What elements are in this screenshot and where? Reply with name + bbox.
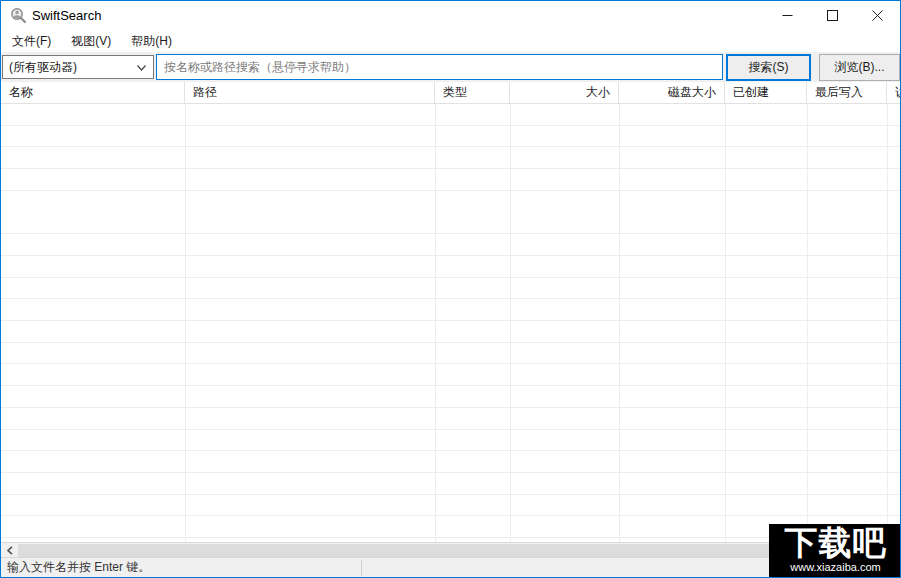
close-icon xyxy=(872,10,883,21)
minimize-icon xyxy=(782,10,793,21)
results-table: 名称路径类型大小磁盘大小已创建最后写入访问 xyxy=(1,82,900,542)
horizontal-scrollbar[interactable] xyxy=(1,542,900,557)
app-icon xyxy=(10,7,27,24)
drive-selector-dropdown[interactable]: (所有驱动器) xyxy=(2,55,154,79)
column-header-2[interactable]: 类型 xyxy=(435,82,510,104)
maximize-button[interactable] xyxy=(810,1,855,30)
menu-view[interactable]: 视图(V) xyxy=(61,30,121,53)
arrow-left-icon xyxy=(7,546,13,555)
column-gridline xyxy=(510,104,511,542)
status-bar: 输入文件名并按 Enter 键。 xyxy=(1,557,900,577)
chevron-down-icon xyxy=(137,65,146,71)
column-gridline xyxy=(725,104,726,542)
column-header-5[interactable]: 已创建 xyxy=(725,82,807,104)
column-header-3[interactable]: 大小 xyxy=(510,82,619,104)
menu-bar: 文件(F) 视图(V) 帮助(H) xyxy=(1,30,900,52)
search-button[interactable]: 搜索(S) xyxy=(726,54,811,81)
window-controls xyxy=(765,1,900,30)
watermark: 下载吧 www.xiazaiba.com xyxy=(769,524,901,578)
column-header-7[interactable]: 访问 xyxy=(887,82,900,104)
table-body[interactable] xyxy=(1,104,900,542)
column-header-1[interactable]: 路径 xyxy=(185,82,435,104)
title-bar: SwiftSearch xyxy=(1,1,900,30)
menu-file[interactable]: 文件(F) xyxy=(2,30,61,53)
menu-help[interactable]: 帮助(H) xyxy=(121,30,182,53)
column-header-0[interactable]: 名称 xyxy=(1,82,185,104)
swiftsearch-window: SwiftSearch 文件(F) 视图(V) 帮助(H) (所有驱动器) 搜索… xyxy=(0,0,901,578)
column-gridline xyxy=(887,104,888,542)
status-divider xyxy=(361,560,362,576)
column-gridline xyxy=(435,104,436,542)
column-header-4[interactable]: 磁盘大小 xyxy=(619,82,725,104)
search-input[interactable] xyxy=(156,54,723,80)
column-header-6[interactable]: 最后写入 xyxy=(807,82,887,104)
status-message: 输入文件名并按 Enter 键。 xyxy=(7,558,150,578)
toolbar: (所有驱动器) 搜索(S) 浏览(B)... xyxy=(1,52,900,82)
drive-selector-value: (所有驱动器) xyxy=(9,59,77,76)
minimize-button[interactable] xyxy=(765,1,810,30)
close-button[interactable] xyxy=(855,1,900,30)
watermark-url: www.xiazaiba.com xyxy=(769,561,901,574)
window-title: SwiftSearch xyxy=(32,1,101,30)
column-gridline xyxy=(185,104,186,542)
table-header-row: 名称路径类型大小磁盘大小已创建最后写入访问 xyxy=(1,82,900,104)
browse-button[interactable]: 浏览(B)... xyxy=(819,54,900,81)
column-gridline xyxy=(619,104,620,542)
column-gridline xyxy=(807,104,808,542)
watermark-title: 下载吧 xyxy=(769,524,901,561)
scrollbar-thumb[interactable] xyxy=(18,544,876,557)
scroll-left-button[interactable] xyxy=(1,543,18,557)
maximize-icon xyxy=(827,10,838,21)
